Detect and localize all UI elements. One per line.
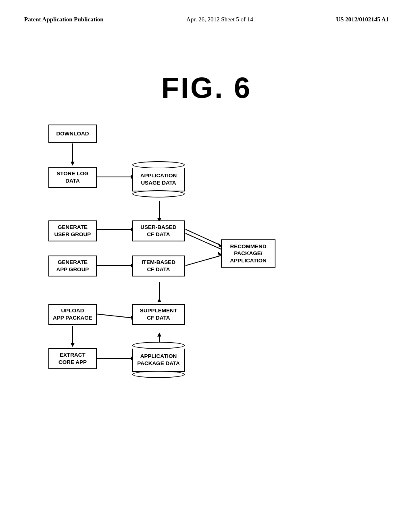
svg-line-13 xyxy=(96,314,133,318)
download-box: DOWNLOAD xyxy=(48,125,97,143)
item-based-cf-data-box: ITEM-BASED CF DATA xyxy=(132,256,185,276)
extract-core-app-box: EXTRACT CORE APP xyxy=(48,348,97,369)
figure-title: FIG. 6 xyxy=(0,71,413,104)
upload-app-package-box: UPLOAD APP PACKAGE xyxy=(48,304,97,325)
recommend-box: RECOMMEND PACKAGE/ APPLICATION xyxy=(221,239,275,268)
svg-line-21 xyxy=(186,229,221,245)
generate-app-group-box: GENERATE APP GROUP xyxy=(48,256,97,276)
header-right: US 2012/0102145 A1 xyxy=(336,16,389,23)
user-based-cf-data-box: USER-BASED CF DATA xyxy=(132,220,185,241)
svg-line-23 xyxy=(186,256,221,266)
svg-marker-12 xyxy=(157,298,161,302)
page-header: Patent Application Publication Apr. 26, … xyxy=(0,0,413,23)
header-left: Patent Application Publication xyxy=(24,16,104,23)
svg-line-8 xyxy=(186,233,222,249)
header-center: Apr. 26, 2012 Sheet 5 of 14 xyxy=(186,16,253,23)
application-usage-data-cylinder: APPLICATION USAGE DATA xyxy=(132,161,185,198)
supplement-cf-data-box: SUPPLEMENT CF DATA xyxy=(132,304,185,325)
svg-marker-20 xyxy=(157,332,161,337)
generate-user-group-box: GENERATE USER GROUP xyxy=(48,220,97,241)
diagram: DOWNLOAD STORE LOG DATA APPLICATION USAG… xyxy=(24,121,379,403)
svg-marker-1 xyxy=(71,162,75,166)
store-log-data-box: STORE LOG DATA xyxy=(48,167,97,188)
application-package-data-cylinder: APPLICATION PACKAGE DATA xyxy=(132,341,185,378)
svg-marker-16 xyxy=(71,343,75,347)
